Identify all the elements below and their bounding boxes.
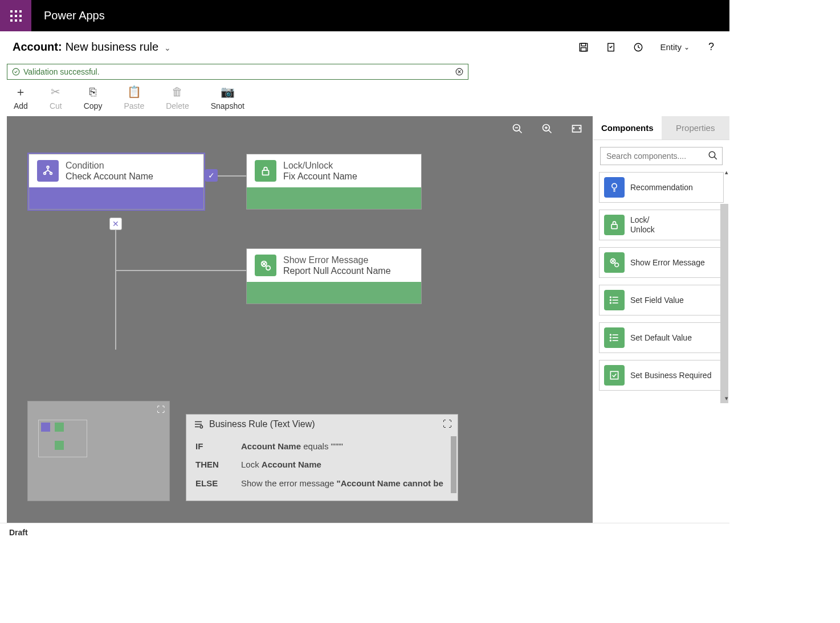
tab-components[interactable]: Components: [593, 116, 662, 140]
lock-icon: [255, 160, 276, 182]
svg-rect-43: [610, 371, 618, 379]
scrollbar[interactable]: [720, 204, 728, 403]
svg-point-16: [44, 173, 46, 175]
text-view-panel: Business Rule (Text View) ⛶ IF Account N…: [186, 414, 458, 502]
svg-line-8: [519, 130, 522, 133]
add-button[interactable]: ＋Add: [14, 85, 28, 110]
component-item[interactable]: Set Business Required: [599, 360, 724, 391]
then-keyword: THEN: [195, 457, 241, 473]
action-bar: ＋Add ✂Cut ⎘Copy 📋Paste 🗑Delete 📷Snapshot: [0, 83, 729, 116]
save-icon[interactable]: [578, 42, 589, 53]
snapshot-button[interactable]: 📷Snapshot: [211, 85, 244, 110]
x-connector-icon: ✕: [109, 218, 122, 230]
chevron-down-icon[interactable]: ⌄: [164, 43, 171, 52]
connector: [115, 218, 116, 350]
sidebar: Components Properties ▴ ▾ Recommendation…: [593, 116, 729, 523]
validate-icon[interactable]: [605, 42, 617, 53]
close-icon[interactable]: [455, 68, 463, 76]
cut-button[interactable]: ✂Cut: [50, 85, 62, 110]
svg-rect-18: [263, 170, 269, 175]
else-value: Show the error message "Account Name can…: [241, 476, 448, 492]
component-item[interactable]: Recommendation: [599, 172, 724, 203]
text-view-title: Business Rule (Text View): [209, 419, 315, 429]
node-title: Condition: [66, 160, 153, 171]
global-nav: Power Apps: [0, 0, 729, 31]
design-canvas[interactable]: ✓ ✕ Condition Check Account Name: [7, 116, 593, 523]
chevron-down-icon: ⌄: [684, 43, 690, 51]
component-item[interactable]: Lock/Unlock: [599, 210, 724, 240]
if-value: Account Name equals """": [241, 438, 448, 455]
expand-icon[interactable]: ⛶: [443, 419, 452, 429]
zoom-out-icon[interactable]: [512, 123, 523, 134]
svg-point-42: [610, 340, 611, 341]
minimap[interactable]: ⛶: [27, 401, 170, 501]
rule-entity-label: Account:: [13, 40, 62, 54]
node-subtitle: Check Account Name: [66, 171, 153, 182]
svg-point-35: [610, 300, 611, 301]
error-icon: [255, 255, 276, 276]
scrollbar[interactable]: [451, 436, 456, 493]
lock-node[interactable]: Lock/Unlock Fix Account Name: [246, 154, 422, 210]
bulb-icon: [604, 177, 625, 198]
scope-dropdown[interactable]: Entity ⌄: [660, 42, 690, 52]
lock-icon: [604, 215, 625, 235]
app-launcher-button[interactable]: [0, 0, 31, 31]
node-subtitle: Fix Account Name: [283, 171, 357, 182]
status-label: Draft: [9, 528, 28, 537]
scope-label: Entity: [660, 42, 682, 52]
status-bar: Draft: [0, 523, 729, 541]
node-title: Lock/Unlock: [283, 160, 357, 171]
validation-message: Validation successful.: [23, 67, 100, 76]
search-icon[interactable]: [708, 150, 718, 161]
else-keyword: ELSE: [195, 476, 241, 492]
component-label: Set Business Required: [630, 371, 711, 380]
component-item[interactable]: Set Field Value: [599, 285, 724, 315]
node-footer: [247, 187, 421, 209]
svg-rect-1: [582, 43, 586, 46]
fit-screen-icon[interactable]: [571, 123, 582, 134]
component-label: Lock/Unlock: [630, 215, 655, 235]
component-item[interactable]: Show Error Message: [599, 247, 724, 278]
search-input[interactable]: [600, 147, 723, 165]
list-icon: [604, 327, 625, 348]
svg-point-40: [610, 334, 611, 335]
zoom-in-icon[interactable]: [541, 123, 553, 134]
tab-properties[interactable]: Properties: [662, 116, 730, 140]
svg-point-27: [612, 183, 617, 188]
component-label: Show Error Message: [630, 258, 705, 268]
condition-icon: [37, 160, 59, 182]
svg-rect-28: [611, 224, 617, 229]
svg-point-24: [200, 425, 203, 428]
error-node[interactable]: Show Error Message Report Null Account N…: [246, 248, 422, 304]
scroll-up-icon[interactable]: ▴: [725, 170, 728, 176]
waffle-icon: [10, 10, 22, 22]
svg-line-11: [549, 130, 552, 133]
copy-button[interactable]: ⎘Copy: [84, 85, 103, 110]
node-subtitle: Report Null Account Name: [283, 265, 391, 276]
validation-banner: Validation successful.: [7, 64, 468, 80]
condition-node[interactable]: Condition Check Account Name: [28, 154, 204, 210]
component-label: Recommendation: [630, 183, 693, 192]
check-icon: [604, 365, 625, 386]
then-value: Lock Account Name: [241, 457, 448, 473]
save-as-icon[interactable]: [633, 42, 644, 53]
help-icon[interactable]: ?: [706, 42, 717, 53]
svg-point-5: [13, 68, 19, 75]
component-item[interactable]: Set Default Value: [599, 322, 724, 353]
gear-list-icon: [193, 419, 203, 429]
minimap-expand-icon[interactable]: ⛶: [157, 405, 165, 414]
svg-line-26: [714, 157, 717, 159]
rule-name[interactable]: New business rule: [66, 40, 158, 54]
rule-header: Account: New business rule ⌄ Entity ⌄ ?: [0, 31, 729, 63]
error-icon: [604, 252, 625, 273]
check-circle-icon: [12, 68, 20, 76]
node-footer: [29, 187, 203, 209]
svg-point-20: [266, 266, 270, 270]
scroll-down-icon[interactable]: ▾: [725, 395, 728, 402]
node-footer: [247, 282, 421, 304]
check-connector-icon: ✓: [205, 169, 218, 182]
svg-point-17: [50, 173, 52, 175]
paste-button[interactable]: 📋Paste: [124, 85, 144, 110]
delete-button[interactable]: 🗑Delete: [166, 85, 189, 110]
connector: [115, 270, 247, 271]
